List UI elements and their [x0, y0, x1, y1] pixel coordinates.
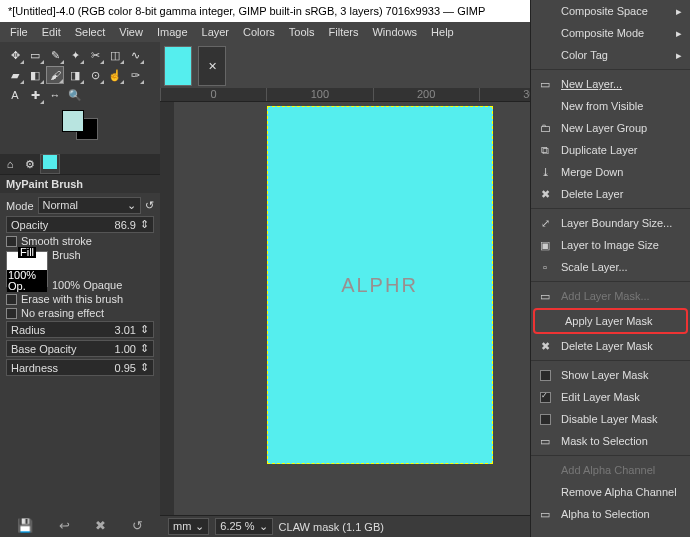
menu-layer[interactable]: Layer: [196, 24, 236, 40]
tab-active[interactable]: [40, 154, 60, 174]
menu-edit[interactable]: Edit: [36, 24, 67, 40]
radius-slider[interactable]: Radius3.01⇕: [6, 321, 154, 338]
add-mask-icon: ▭: [537, 288, 553, 304]
menu-view[interactable]: View: [113, 24, 149, 40]
warp-tool[interactable]: ∿: [126, 46, 144, 64]
noerase-checkbox[interactable]: [6, 308, 17, 319]
ctx-apply-mask[interactable]: Apply Layer Mask: [535, 310, 686, 332]
image-close[interactable]: ✕: [198, 46, 226, 86]
ctx-new-group[interactable]: 🗀New Layer Group: [531, 117, 690, 139]
ctx-delete-layer[interactable]: ✖Delete Layer: [531, 183, 690, 205]
left-dock: ✥ ▭ ✎ ✦ ✂ ◫ ∿ ▰ ◧ 🖌 ◨ ⊙ ☝ ✑ A ✚ ↔ �: [0, 42, 160, 537]
ruler-horizontal: 0100200300: [160, 88, 585, 102]
restore-icon[interactable]: ↩: [59, 518, 70, 533]
canvas[interactable]: ALPHR: [267, 106, 493, 464]
menu-file[interactable]: File: [4, 24, 34, 40]
opacity-slider[interactable]: Opacity86.9⇕: [6, 216, 154, 233]
mypaint-brush-tool[interactable]: 🖌: [46, 66, 64, 84]
fit-icon: ▣: [537, 237, 553, 253]
mode-reset-icon[interactable]: ↺: [145, 199, 154, 212]
chevron-down-icon: ⌄: [127, 199, 136, 212]
ctx-disable-mask[interactable]: Disable Layer Mask: [531, 408, 690, 430]
tool-name-label: MyPaint Brush: [0, 175, 160, 193]
menu-colors[interactable]: Colors: [237, 24, 281, 40]
brush-preview[interactable]: Fill 100% Op.: [6, 251, 48, 287]
move-tool[interactable]: ✥: [6, 46, 24, 64]
zoom-dropdown[interactable]: 6.25 % ⌄: [215, 518, 272, 535]
hardness-slider[interactable]: Hardness0.95⇕: [6, 359, 154, 376]
ctx-alpha-to-selection[interactable]: ▭Alpha to Selection: [531, 503, 690, 525]
menu-select[interactable]: Select: [69, 24, 112, 40]
ctx-mask-to-selection[interactable]: ▭Mask to Selection: [531, 430, 690, 452]
tool-options-tabs: ⌂ ⚙: [0, 154, 160, 175]
rect-select-tool[interactable]: ▭: [26, 46, 44, 64]
selection-icon: ▭: [537, 433, 553, 449]
base-opacity-slider[interactable]: Base Opacity1.00⇕: [6, 340, 154, 357]
text-tool[interactable]: A: [6, 86, 24, 104]
save-preset-icon[interactable]: 💾: [17, 518, 33, 533]
tool-options-actions: 💾 ↩ ✖ ↺: [0, 514, 160, 537]
ctx-edit-mask[interactable]: Edit Layer Mask: [531, 386, 690, 408]
color-swatches[interactable]: [6, 110, 154, 140]
transform-tool[interactable]: ◫: [106, 46, 124, 64]
ctx-duplicate-layer[interactable]: ⧉Duplicate Layer: [531, 139, 690, 161]
brush-label: Brush: [52, 249, 122, 261]
ctx-delete-mask[interactable]: ✖Delete Layer Mask: [531, 335, 690, 357]
fuzzy-select-tool[interactable]: ✦: [66, 46, 84, 64]
unit-dropdown[interactable]: mm ⌄: [168, 518, 209, 535]
ctx-new-from-visible[interactable]: New from Visible: [531, 95, 690, 117]
scale-icon: ▫: [537, 259, 553, 275]
checkbox-checked-icon: [540, 392, 551, 403]
ctx-merge-down[interactable]: ⤓Merge Down: [531, 161, 690, 183]
gradient-tool[interactable]: ◧: [26, 66, 44, 84]
menu-windows[interactable]: Windows: [366, 24, 423, 40]
heal-tool[interactable]: ✚: [26, 86, 44, 104]
smudge-tool[interactable]: ☝: [106, 66, 124, 84]
image-thumb[interactable]: [164, 46, 192, 86]
reset-icon[interactable]: ↺: [132, 518, 143, 533]
ruler-vertical: [160, 102, 174, 515]
path-tool[interactable]: ✑: [126, 66, 144, 84]
erase-checkbox[interactable]: [6, 294, 17, 305]
eraser-tool[interactable]: ◨: [66, 66, 84, 84]
ctx-to-image-size[interactable]: ▣Layer to Image Size: [531, 234, 690, 256]
menu-help[interactable]: Help: [425, 24, 460, 40]
tab-device[interactable]: ⌂: [0, 154, 20, 174]
crop-tool[interactable]: ✂: [86, 46, 104, 64]
ctx-composite-mode[interactable]: Composite Mode▸: [531, 22, 690, 44]
menu-filters[interactable]: Filters: [323, 24, 365, 40]
foreground-color[interactable]: [62, 110, 84, 132]
menu-image[interactable]: Image: [151, 24, 194, 40]
brush-opaque-label: 100% Opaque: [52, 279, 122, 291]
zoom-tool[interactable]: 🔍: [66, 86, 84, 104]
smooth-checkbox[interactable]: [6, 236, 17, 247]
ctx-add-mask: ▭Add Layer Mask...: [531, 285, 690, 307]
watermark-text: ALPHR: [341, 274, 418, 297]
measure-tool[interactable]: ↔: [46, 86, 64, 104]
ctx-remove-alpha[interactable]: Remove Alpha Channel: [531, 481, 690, 503]
tab-tooloptions[interactable]: ⚙: [20, 154, 40, 174]
window-title: *[Untitled]-4.0 (RGB color 8-bit gamma i…: [8, 5, 610, 17]
menu-tools[interactable]: Tools: [283, 24, 321, 40]
resize-icon: ⤢: [537, 215, 553, 231]
ctx-composite-space[interactable]: Composite Space▸: [531, 0, 690, 22]
ctx-new-layer[interactable]: ▭New Layer...: [531, 73, 690, 95]
ctx-color-tag[interactable]: Color Tag▸: [531, 44, 690, 66]
delete-preset-icon[interactable]: ✖: [95, 518, 106, 533]
ctx-scale-layer[interactable]: ▫Scale Layer...: [531, 256, 690, 278]
mode-label: Mode: [6, 200, 34, 212]
checkbox-icon: [540, 370, 551, 381]
mode-dropdown[interactable]: Normal⌄: [38, 197, 141, 214]
ctx-boundary-size[interactable]: ⤢Layer Boundary Size...: [531, 212, 690, 234]
delete-icon: ✖: [537, 186, 553, 202]
folder-icon: 🗀: [537, 120, 553, 136]
statusbar: mm ⌄ 6.25 % ⌄ CLAW mask (1.1 GB): [160, 515, 585, 537]
bucket-tool[interactable]: ▰: [6, 66, 24, 84]
clone-tool[interactable]: ⊙: [86, 66, 104, 84]
toolbox: ✥ ▭ ✎ ✦ ✂ ◫ ∿ ▰ ◧ 🖌 ◨ ⊙ ☝ ✑ A ✚ ↔ �: [0, 42, 160, 154]
checkbox-icon: [540, 414, 551, 425]
free-select-tool[interactable]: ✎: [46, 46, 64, 64]
delete-icon: ✖: [537, 338, 553, 354]
merge-icon: ⤓: [537, 164, 553, 180]
ctx-show-mask[interactable]: Show Layer Mask: [531, 364, 690, 386]
